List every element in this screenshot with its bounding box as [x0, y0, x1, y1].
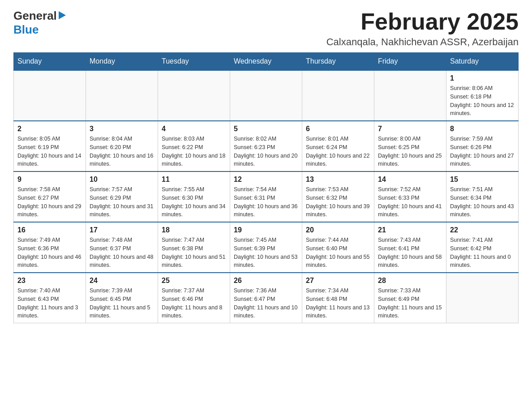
calendar-day-cell — [302, 70, 374, 121]
day-info: Sunrise: 7:36 AMSunset: 6:47 PMDaylight:… — [234, 287, 298, 320]
day-info: Sunrise: 8:05 AMSunset: 6:19 PMDaylight:… — [17, 135, 82, 168]
calendar-day-cell: 10Sunrise: 7:57 AMSunset: 6:29 PMDayligh… — [86, 171, 158, 222]
day-info: Sunrise: 7:43 AMSunset: 6:41 PMDaylight:… — [378, 236, 442, 270]
day-number: 22 — [450, 226, 515, 234]
calendar-day-cell: 12Sunrise: 7:54 AMSunset: 6:31 PMDayligh… — [230, 171, 302, 222]
day-number: 5 — [234, 125, 298, 133]
day-number: 27 — [306, 277, 370, 285]
day-info: Sunrise: 8:03 AMSunset: 6:22 PMDaylight:… — [162, 135, 226, 168]
calendar-day-cell: 15Sunrise: 7:51 AMSunset: 6:34 PMDayligh… — [446, 171, 519, 222]
calendar-day-header: Thursday — [302, 53, 374, 71]
calendar-day-cell: 17Sunrise: 7:48 AMSunset: 6:37 PMDayligh… — [86, 222, 158, 273]
day-info: Sunrise: 8:01 AMSunset: 6:24 PMDaylight:… — [306, 135, 370, 168]
day-number: 16 — [17, 226, 82, 234]
day-number: 12 — [234, 176, 298, 184]
calendar-day-cell: 2Sunrise: 8:05 AMSunset: 6:19 PMDaylight… — [14, 121, 86, 171]
day-info: Sunrise: 7:40 AMSunset: 6:43 PMDaylight:… — [17, 287, 82, 320]
day-number: 2 — [17, 125, 82, 133]
day-number: 11 — [162, 176, 226, 184]
calendar-day-cell: 7Sunrise: 8:00 AMSunset: 6:25 PMDaylight… — [374, 121, 446, 171]
location-title: Calxanqala, Nakhichevan ASSR, Azerbaijan — [326, 36, 519, 48]
day-number: 18 — [162, 226, 226, 234]
calendar-day-cell: 23Sunrise: 7:40 AMSunset: 6:43 PMDayligh… — [14, 273, 86, 323]
calendar-day-cell: 6Sunrise: 8:01 AMSunset: 6:24 PMDaylight… — [302, 121, 374, 171]
calendar-day-cell: 16Sunrise: 7:49 AMSunset: 6:36 PMDayligh… — [14, 222, 86, 273]
day-info: Sunrise: 7:52 AMSunset: 6:33 PMDaylight:… — [378, 185, 442, 219]
calendar-day-header: Friday — [374, 53, 446, 71]
day-info: Sunrise: 7:37 AMSunset: 6:46 PMDaylight:… — [162, 287, 226, 320]
calendar-day-cell: 19Sunrise: 7:45 AMSunset: 6:39 PMDayligh… — [230, 222, 302, 273]
day-number: 28 — [378, 277, 442, 285]
day-number: 6 — [306, 125, 370, 133]
day-number: 23 — [17, 277, 82, 285]
day-number: 8 — [450, 125, 515, 133]
calendar-week-row: 16Sunrise: 7:49 AMSunset: 6:36 PMDayligh… — [14, 222, 519, 273]
calendar-day-header: Wednesday — [230, 53, 302, 71]
day-info: Sunrise: 8:00 AMSunset: 6:25 PMDaylight:… — [378, 135, 442, 168]
logo-arrow-icon — [58, 10, 67, 22]
calendar-day-cell: 21Sunrise: 7:43 AMSunset: 6:41 PMDayligh… — [374, 222, 446, 273]
day-info: Sunrise: 7:58 AMSunset: 6:27 PMDaylight:… — [17, 185, 82, 219]
day-info: Sunrise: 8:04 AMSunset: 6:20 PMDaylight:… — [90, 135, 154, 168]
calendar-day-cell: 14Sunrise: 7:52 AMSunset: 6:33 PMDayligh… — [374, 171, 446, 222]
day-info: Sunrise: 7:55 AMSunset: 6:30 PMDaylight:… — [162, 185, 226, 219]
calendar-week-row: 2Sunrise: 8:05 AMSunset: 6:19 PMDaylight… — [14, 121, 519, 171]
calendar-day-cell: 27Sunrise: 7:34 AMSunset: 6:48 PMDayligh… — [302, 273, 374, 323]
day-info: Sunrise: 7:57 AMSunset: 6:29 PMDaylight:… — [90, 185, 154, 219]
day-number: 10 — [90, 176, 154, 184]
day-number: 3 — [90, 125, 154, 133]
calendar-day-cell — [86, 70, 158, 121]
calendar-day-cell: 26Sunrise: 7:36 AMSunset: 6:47 PMDayligh… — [230, 273, 302, 323]
day-info: Sunrise: 7:54 AMSunset: 6:31 PMDaylight:… — [234, 185, 298, 219]
calendar-day-header: Saturday — [446, 53, 519, 71]
day-number: 19 — [234, 226, 298, 234]
calendar-day-header: Monday — [86, 53, 158, 71]
day-number: 26 — [234, 277, 298, 285]
calendar-day-cell: 20Sunrise: 7:44 AMSunset: 6:40 PMDayligh… — [302, 222, 374, 273]
calendar-day-cell — [14, 70, 86, 121]
calendar-day-cell: 24Sunrise: 7:39 AMSunset: 6:45 PMDayligh… — [86, 273, 158, 323]
calendar-day-header: Tuesday — [158, 53, 230, 71]
day-number: 14 — [378, 176, 442, 184]
day-number: 25 — [162, 277, 226, 285]
day-info: Sunrise: 7:45 AMSunset: 6:39 PMDaylight:… — [234, 236, 298, 270]
calendar-day-cell: 18Sunrise: 7:47 AMSunset: 6:38 PMDayligh… — [158, 222, 230, 273]
day-number: 20 — [306, 226, 370, 234]
day-number: 4 — [162, 125, 226, 133]
day-info: Sunrise: 7:48 AMSunset: 6:37 PMDaylight:… — [90, 236, 154, 270]
day-info: Sunrise: 7:34 AMSunset: 6:48 PMDaylight:… — [306, 287, 370, 320]
page-header: General Blue February 2025 Calxanqala, N… — [13, 9, 519, 48]
day-number: 21 — [378, 226, 442, 234]
calendar-day-cell — [374, 70, 446, 121]
calendar-week-row: 1Sunrise: 8:06 AMSunset: 6:18 PMDaylight… — [14, 70, 519, 121]
title-section: February 2025 Calxanqala, Nakhichevan AS… — [326, 9, 519, 48]
day-number: 17 — [90, 226, 154, 234]
month-title: February 2025 — [326, 9, 519, 34]
day-number: 9 — [17, 176, 82, 184]
day-number: 1 — [450, 74, 515, 82]
logo-blue-text: Blue — [13, 23, 39, 36]
calendar-day-cell: 13Sunrise: 7:53 AMSunset: 6:32 PMDayligh… — [302, 171, 374, 222]
day-info: Sunrise: 7:47 AMSunset: 6:38 PMDaylight:… — [162, 236, 226, 270]
day-info: Sunrise: 7:51 AMSunset: 6:34 PMDaylight:… — [450, 185, 515, 219]
day-info: Sunrise: 7:49 AMSunset: 6:36 PMDaylight:… — [17, 236, 82, 270]
day-info: Sunrise: 7:44 AMSunset: 6:40 PMDaylight:… — [306, 236, 370, 270]
day-number: 7 — [378, 125, 442, 133]
calendar-day-header: Sunday — [14, 53, 86, 71]
day-number: 24 — [90, 277, 154, 285]
calendar-day-cell: 28Sunrise: 7:33 AMSunset: 6:49 PMDayligh… — [374, 273, 446, 323]
svg-marker-0 — [59, 11, 66, 19]
calendar-day-cell: 8Sunrise: 7:59 AMSunset: 6:26 PMDaylight… — [446, 121, 519, 171]
calendar-day-cell: 1Sunrise: 8:06 AMSunset: 6:18 PMDaylight… — [446, 70, 519, 121]
day-info: Sunrise: 8:02 AMSunset: 6:23 PMDaylight:… — [234, 135, 298, 168]
calendar-day-cell: 25Sunrise: 7:37 AMSunset: 6:46 PMDayligh… — [158, 273, 230, 323]
day-info: Sunrise: 7:59 AMSunset: 6:26 PMDaylight:… — [450, 135, 515, 168]
calendar-week-row: 23Sunrise: 7:40 AMSunset: 6:43 PMDayligh… — [14, 273, 519, 323]
day-info: Sunrise: 8:06 AMSunset: 6:18 PMDaylight:… — [450, 84, 515, 118]
day-info: Sunrise: 7:53 AMSunset: 6:32 PMDaylight:… — [306, 185, 370, 219]
calendar-day-cell — [446, 273, 519, 323]
calendar-day-cell: 9Sunrise: 7:58 AMSunset: 6:27 PMDaylight… — [14, 171, 86, 222]
day-number: 13 — [306, 176, 370, 184]
day-number: 15 — [450, 176, 515, 184]
day-info: Sunrise: 7:41 AMSunset: 6:42 PMDaylight:… — [450, 236, 515, 270]
